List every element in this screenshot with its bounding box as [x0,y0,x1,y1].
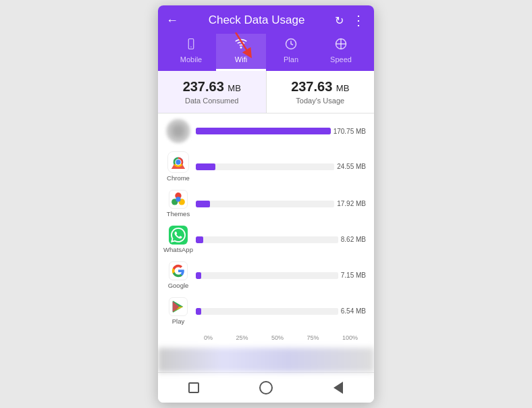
tabs-row: Mobile Wifi Plan Speed [166,34,366,71]
list-item: Google 7.15 MB [166,261,366,289]
themes-label: Themes [167,210,190,218]
themes-icon [169,190,188,209]
chrome-icon [167,151,189,173]
tab-plan-label: Plan [284,55,298,63]
refresh-button[interactable]: ↻ [335,14,344,27]
nav-back-button[interactable] [329,378,348,397]
navigation-bar [158,372,374,403]
tab-mobile-label: Mobile [180,55,202,63]
whatsapp-label: WhatsApp [163,246,193,253]
nav-home-button[interactable] [257,378,275,397]
wifi-icon [235,38,247,53]
tab-wifi[interactable]: Wifi [216,34,266,71]
tab-speed[interactable]: Speed [316,34,366,71]
svg-point-4 [240,47,242,49]
google-label: Google [168,282,189,289]
nav-recent-button[interactable] [184,378,203,397]
app-size-1: 24.55 MB [337,163,366,170]
list-item: 170.75 MB [166,119,366,143]
app-size-0: 170.75 MB [334,128,366,135]
playstore-label: Play [172,317,184,325]
stats-row: 237.63 MB Data Consumed 237.63 MB Today'… [158,71,374,113]
list-item: Chrome 24.55 MB [166,151,366,182]
app-size-2: 17.92 MB [337,200,366,207]
app-usage-list: 170.75 MB [158,113,374,344]
todays-usage-box: 237.63 MB Today's Usage [267,71,375,113]
recent-apps-icon [188,382,199,393]
bottom-ad-bar [158,348,374,372]
tab-wifi-label: Wifi [235,55,247,63]
tab-plan[interactable]: Plan [266,34,316,71]
todays-usage-label: Today's Usage [273,97,368,105]
svg-point-3 [190,47,192,48]
home-icon [259,381,273,394]
google-icon [169,261,188,280]
data-consumed-value: 237.63 MB [165,79,259,95]
playstore-icon [169,297,188,316]
data-consumed-box: 237.63 MB Data Consumed [158,71,267,113]
whatsapp-icon [169,226,188,245]
tab-mobile[interactable]: Mobile [166,34,216,71]
page-title: Check Data Usage [209,14,305,27]
chrome-label: Chrome [167,174,190,182]
back-nav-icon [334,382,343,394]
app-size-3: 8.62 MB [341,236,366,243]
unknown-app-icon [166,119,190,143]
tab-speed-label: Speed [330,55,352,63]
scale-labels: 0% 25% 50% 75% 100% [166,333,366,341]
list-item: WhatsApp 8.62 MB [166,226,366,253]
app-size-5: 6.54 MB [341,307,366,315]
data-consumed-label: Data Consumed [165,97,259,105]
back-button[interactable]: ← [166,14,178,28]
todays-usage-value: 237.63 MB [273,79,368,95]
mobile-icon [185,38,197,53]
list-item: Themes 17.92 MB [166,190,366,218]
app-size-4: 7.15 MB [341,272,366,279]
svg-point-16 [176,197,180,201]
svg-point-12 [176,159,180,164]
speed-icon [335,38,347,53]
plan-icon [285,38,297,53]
more-button[interactable]: ⋮ [352,12,366,28]
list-item: Play 6.54 MB [166,297,366,325]
